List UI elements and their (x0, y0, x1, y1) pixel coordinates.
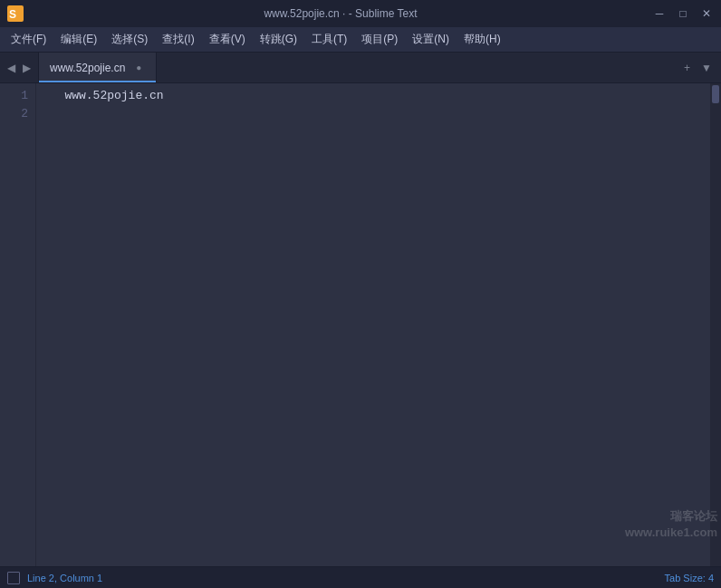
menu-bar: 文件(F) 编辑(E) 选择(S) 查找(I) 查看(V) 转跳(G) 工具(T… (0, 27, 721, 53)
app-icon: S (7, 5, 24, 22)
close-button[interactable]: ✕ (699, 7, 714, 20)
menu-help[interactable]: 帮助(H) (457, 28, 508, 51)
tab-bar: ◀ ▶ www.52pojie.cn ● + ▼ (0, 53, 721, 83)
status-position[interactable]: Line 2, Column 1 (27, 573, 102, 583)
maximize-button[interactable]: □ (676, 7, 690, 20)
menu-edit[interactable]: 编辑(E) (53, 28, 104, 51)
menu-select[interactable]: 选择(S) (104, 28, 155, 51)
line-number-2: 2 (0, 105, 28, 123)
window-title: www.52pojie.cn · - Sublime Text (29, 7, 652, 20)
title-bar: S www.52pojie.cn · - Sublime Text ─ □ ✕ (0, 0, 721, 27)
editor-content[interactable]: www.52pojie.cn (36, 83, 721, 566)
tab-bar-right-controls: + ▼ (675, 53, 721, 82)
scrollbar[interactable] (710, 83, 721, 566)
line-number-1: 1 (0, 87, 28, 105)
line-numbers: 1 2 (0, 83, 36, 566)
tab-list-button[interactable]: ▼ (697, 60, 716, 76)
editor-line-1: www.52pojie.cn (43, 87, 714, 105)
tab-close-button[interactable]: ● (132, 62, 145, 74)
svg-text:S: S (9, 8, 16, 21)
status-indicator (7, 572, 20, 584)
new-tab-button[interactable]: + (680, 60, 694, 76)
minimize-button[interactable]: ─ (652, 7, 667, 20)
tab-nav-right[interactable]: ▶ (19, 60, 34, 76)
menu-find[interactable]: 查找(I) (155, 28, 201, 51)
tab-nav-left[interactable]: ◀ (4, 60, 19, 76)
scroll-thumb (712, 85, 719, 103)
menu-goto[interactable]: 转跳(G) (253, 28, 304, 51)
status-bar: Line 2, Column 1 Tab Size: 4 (0, 566, 721, 588)
menu-settings[interactable]: 设置(N) (405, 28, 457, 51)
menu-view[interactable]: 查看(V) (202, 28, 253, 51)
tab-label: www.52pojie.cn (50, 62, 125, 74)
menu-file[interactable]: 文件(F) (4, 28, 53, 51)
window-controls: ─ □ ✕ (652, 7, 714, 20)
menu-tools[interactable]: 工具(T) (304, 28, 354, 51)
status-tab-size[interactable]: Tab Size: 4 (665, 573, 714, 583)
menu-project[interactable]: 项目(P) (354, 28, 405, 51)
tab-nav-buttons: ◀ ▶ (0, 53, 39, 82)
active-tab[interactable]: www.52pojie.cn ● (39, 53, 157, 82)
editor-area: 1 2 www.52pojie.cn 瑞客论坛 www.ruike1.com (0, 83, 721, 566)
